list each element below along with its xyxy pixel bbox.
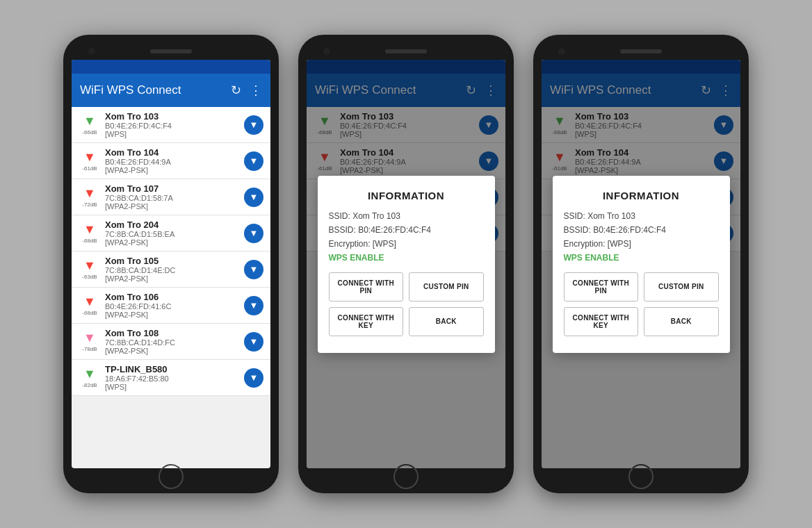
wps-enable-label: WPS ENABLE (564, 253, 719, 263)
refresh-icon[interactable]: ↻ (231, 83, 241, 98)
phone-bottom-bar (542, 468, 740, 485)
signal-db: -78dB (82, 346, 97, 352)
wifi-item[interactable]: ▼ -68dB Xom Tro 106 B0:4E:26:FD:41:6C [W… (72, 288, 270, 324)
phone-home-button[interactable] (159, 464, 184, 489)
status-bar (72, 60, 270, 74)
wifi-item[interactable]: ▼ -68dB Xom Tro 204 7C:8B:CA:D1:5B:EA [W… (72, 215, 270, 251)
signal-db: -63dB (82, 274, 97, 280)
app-title: WiFi WPS Connect (80, 83, 231, 97)
encryption-row: Encryption: [WPS] (564, 239, 719, 249)
custom-pin-button[interactable]: CUSTOM PIN (644, 272, 719, 302)
wifi-item[interactable]: ▼ -63dB Xom Tro 105 7C:8B:CA:D1:4E:DC [W… (72, 251, 270, 288)
wifi-security: [WPS] (105, 130, 240, 138)
wifi-signal: ▼ -78dB (79, 331, 101, 352)
wifi-expand-button[interactable]: ▼ (244, 332, 263, 352)
wifi-mac: 7C:8B:CA:D1:4D:FC (105, 338, 240, 347)
wifi-security: [WPA2-PSK] (105, 202, 240, 211)
wifi-name: Xom Tro 103 (105, 111, 240, 122)
wifi-info: TP-LINK_B580 18:A6:F7:42:B5:80 [WPS] (101, 364, 244, 391)
wifi-expand-button[interactable]: ▼ (244, 188, 263, 207)
info-dialog: INFORMATION SSID: Xom Tro 103 BSSID: B0:… (318, 176, 495, 353)
wifi-name: Xom Tro 107 (105, 183, 240, 194)
phone-phone2: WiFi WPS Connect ↻ ⋮ ▼ -68dB Xom Tro 103… (298, 35, 514, 493)
wifi-item[interactable]: ▼ -72dB Xom Tro 107 7C:8B:CA:D1:58:7A [W… (72, 179, 270, 215)
wifi-info: Xom Tro 103 B0:4E:26:FD:4C:F4 [WPS] (101, 111, 244, 138)
wifi-security: [WPA2-PSK] (105, 347, 240, 355)
wifi-info: Xom Tro 106 B0:4E:26:FD:41:6C [WPA2-PSK] (101, 292, 244, 319)
signal-icon: ▼ (83, 258, 96, 273)
app-header: WiFi WPS Connect ↻ ⋮ (72, 74, 270, 107)
signal-icon: ▼ (83, 186, 96, 201)
wifi-expand-button[interactable]: ▼ (244, 115, 263, 135)
bssid-label: BSSID: B0:4E:26:FD:4C:F4 (329, 225, 431, 235)
wifi-info: Xom Tro 104 B0:4E:26:FD:44:9A [WPA2-PSK] (101, 147, 244, 174)
phone-screen: WiFi WPS Connect ↻ ⋮ ▼ -66dB Xom Tro 103… (72, 60, 270, 468)
encryption-label: Encryption: [WPS] (564, 239, 631, 249)
signal-db: -72dB (82, 201, 97, 208)
signal-icon: ▼ (83, 114, 96, 129)
wifi-security: [WPA2-PSK] (105, 311, 240, 319)
wifi-expand-button[interactable]: ▼ (244, 151, 263, 171)
wifi-item[interactable]: ▼ -66dB Xom Tro 103 B0:4E:26:FD:4C:F4 [W… (72, 107, 270, 143)
wifi-name: Xom Tro 104 (105, 147, 240, 158)
phone-phone3: WiFi WPS Connect ↻ ⋮ ▼ -68dB Xom Tro 103… (533, 35, 749, 493)
phone-speaker (620, 49, 662, 53)
signal-icon: ▼ (83, 331, 96, 345)
phone-top-bar (542, 43, 740, 60)
wifi-item[interactable]: ▼ -78dB Xom Tro 108 7C:8B:CA:D1:4D:FC [W… (72, 324, 270, 360)
connect-with-key-button[interactable]: CONNECT WITH KEY (329, 307, 404, 336)
phone-bottom-bar (307, 468, 505, 485)
phones-container: WiFi WPS Connect ↻ ⋮ ▼ -66dB Xom Tro 103… (49, 21, 763, 507)
wifi-expand-button[interactable]: ▼ (244, 296, 263, 315)
phone-camera (88, 48, 95, 55)
wifi-expand-button[interactable]: ▼ (244, 224, 263, 243)
wifi-expand-button[interactable]: ▼ (244, 368, 263, 388)
signal-db: -82dB (82, 382, 97, 388)
wifi-info: Xom Tro 105 7C:8B:CA:D1:4E:DC [WPA2-PSK] (101, 256, 244, 283)
custom-pin-button[interactable]: CUSTOM PIN (409, 272, 484, 302)
wifi-mac: 18:A6:F7:42:B5:80 (105, 374, 240, 383)
wifi-name: TP-LINK_B580 (105, 364, 240, 374)
wifi-mac: 7C:8B:CA:D1:4E:DC (105, 266, 240, 274)
phone-screen: WiFi WPS Connect ↻ ⋮ ▼ -68dB Xom Tro 103… (307, 60, 505, 468)
ssid-label: SSID: Xom Tro 103 (564, 211, 635, 221)
phone-speaker (150, 49, 192, 53)
connect-with-key-button[interactable]: CONNECT WITH KEY (564, 307, 639, 336)
connect-with-pin-button[interactable]: CONNECT WITH PIN (564, 272, 639, 302)
wifi-item[interactable]: ▼ -61dB Xom Tro 104 B0:4E:26:FD:44:9A [W… (72, 143, 270, 179)
wifi-mac: B0:4E:26:FD:4C:F4 (105, 122, 240, 130)
wifi-signal: ▼ -72dB (79, 186, 101, 208)
dialog-overlay: INFORMATION SSID: Xom Tro 103 BSSID: B0:… (542, 60, 740, 468)
back-button[interactable]: BACK (644, 307, 719, 336)
wifi-name: Xom Tro 108 (105, 328, 240, 338)
wifi-item[interactable]: ▼ -82dB TP-LINK_B580 18:A6:F7:42:B5:80 [… (72, 360, 270, 396)
phone-phone1: WiFi WPS Connect ↻ ⋮ ▼ -66dB Xom Tro 103… (63, 35, 279, 493)
signal-icon: ▼ (83, 295, 96, 309)
wifi-signal: ▼ -61dB (79, 150, 101, 172)
phone-camera (323, 48, 330, 55)
connect-with-pin-button[interactable]: CONNECT WITH PIN (329, 272, 404, 302)
signal-db: -66dB (82, 129, 97, 135)
dialog-title: INFORMATION (329, 190, 484, 201)
dialog-overlay: INFORMATION SSID: Xom Tro 103 BSSID: B0:… (307, 60, 505, 468)
back-button[interactable]: BACK (409, 307, 484, 336)
encryption-label: Encryption: [WPS] (329, 239, 396, 249)
signal-db: -68dB (82, 238, 97, 244)
dialog-buttons-row2: CONNECT WITH KEY BACK (564, 307, 719, 336)
wifi-security: [WPA2-PSK] (105, 274, 240, 283)
wifi-mac: B0:4E:26:FD:44:9A (105, 158, 240, 166)
wifi-security: [WPA2-PSK] (105, 238, 240, 247)
bssid-label: BSSID: B0:4E:26:FD:4C:F4 (564, 225, 666, 235)
ssid-label: SSID: Xom Tro 103 (329, 211, 400, 221)
phone-bottom-bar (72, 468, 270, 485)
dialog-buttons-row1: CONNECT WITH PIN CUSTOM PIN (564, 272, 719, 302)
ssid-row: SSID: Xom Tro 103 (564, 211, 719, 221)
header-icons: ↻ ⋮ (231, 83, 262, 98)
wifi-mac: B0:4E:26:FD:41:6C (105, 302, 240, 311)
info-dialog: INFORMATION SSID: Xom Tro 103 BSSID: B0:… (553, 176, 730, 353)
wifi-security: [WPS] (105, 383, 240, 391)
wifi-expand-button[interactable]: ▼ (244, 260, 263, 279)
wifi-signal: ▼ -68dB (79, 295, 101, 316)
encryption-row: Encryption: [WPS] (329, 239, 484, 249)
more-icon[interactable]: ⋮ (250, 83, 262, 98)
